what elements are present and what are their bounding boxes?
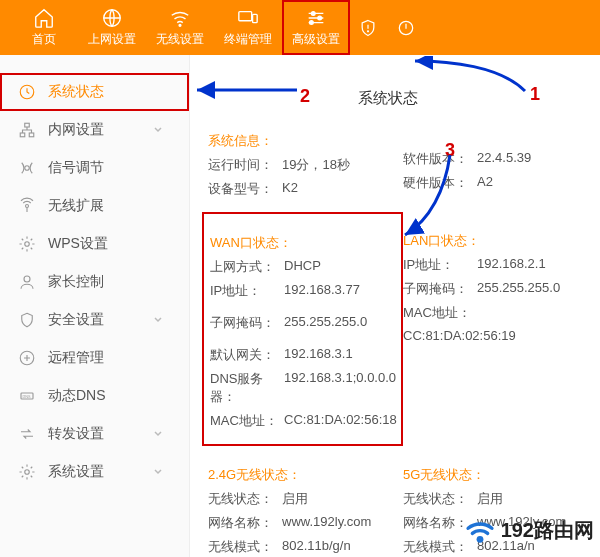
svg-rect-3 bbox=[253, 14, 258, 22]
svg-point-5 bbox=[318, 16, 322, 20]
section-wan: WAN口状态： bbox=[210, 234, 393, 252]
chevron-down-icon bbox=[153, 315, 163, 325]
nav-label: 终端管理 bbox=[224, 31, 272, 48]
hwver-value: A2 bbox=[477, 174, 493, 192]
svg-rect-11 bbox=[20, 133, 25, 137]
wan-status-box: WAN口状态： 上网方式：DHCP IP地址：192.168.3.77 子网掩码… bbox=[202, 212, 403, 446]
gear-icon bbox=[18, 235, 36, 253]
sidebar-item-label: 动态DNS bbox=[48, 387, 106, 405]
svg-point-21 bbox=[476, 536, 483, 543]
sidebar-item-label: 安全设置 bbox=[48, 311, 104, 329]
nav-label: 高级设置 bbox=[292, 31, 340, 48]
sidebar-item-system[interactable]: 系统设置 bbox=[0, 453, 189, 491]
clock-icon bbox=[18, 83, 36, 101]
wan-mac-value: CC:81:DA:02:56:18 bbox=[284, 412, 397, 430]
section-lan: LAN口状态： bbox=[403, 232, 573, 250]
wan-ip-value: 192.168.3.77 bbox=[284, 282, 360, 300]
sidebar-item-label: 转发设置 bbox=[48, 425, 104, 443]
sidebar-item-forward[interactable]: 转发设置 bbox=[0, 415, 189, 453]
nav-internet[interactable]: 上网设置 bbox=[78, 0, 146, 55]
model-label: 设备型号： bbox=[208, 180, 282, 198]
lan-mask-label: 子网掩码： bbox=[403, 280, 477, 298]
globe-icon bbox=[101, 7, 123, 29]
signal-icon bbox=[18, 159, 36, 177]
wifi-icon bbox=[169, 7, 191, 29]
wan-ip-label: IP地址： bbox=[210, 282, 284, 300]
nav-label: 上网设置 bbox=[88, 31, 136, 48]
dns-icon: DNS bbox=[18, 387, 36, 405]
svg-point-14 bbox=[26, 205, 29, 208]
swver-value: 22.4.5.39 bbox=[477, 150, 531, 168]
top-nav: 首页 上网设置 无线设置 终端管理 高级设置 bbox=[0, 0, 600, 55]
chevron-down-icon bbox=[153, 429, 163, 439]
sliders-icon bbox=[305, 7, 327, 29]
nav-clients[interactable]: 终端管理 bbox=[214, 0, 282, 55]
nav-advanced[interactable]: 高级设置 bbox=[282, 0, 350, 55]
svg-rect-12 bbox=[29, 133, 34, 137]
svg-point-15 bbox=[25, 242, 30, 247]
sidebar-item-extend[interactable]: 无线扩展 bbox=[0, 187, 189, 225]
lan-icon bbox=[18, 121, 36, 139]
nav-wireless[interactable]: 无线设置 bbox=[146, 0, 214, 55]
shield-icon bbox=[18, 311, 36, 329]
wan-mode-label: 上网方式： bbox=[210, 258, 284, 276]
w5-state-label: 无线状态： bbox=[403, 490, 477, 508]
main-content: 系统状态 系统信息： 运行时间：19分，18秒 设备型号：K2 软件版本：22.… bbox=[190, 55, 600, 557]
svg-point-20 bbox=[25, 470, 30, 475]
wan-dns-value: 192.168.3.1;0.0.0.0 bbox=[284, 370, 396, 406]
sidebar-item-label: WPS设置 bbox=[48, 235, 108, 253]
sidebar-item-label: 系统设置 bbox=[48, 463, 104, 481]
w24-state-value: 启用 bbox=[282, 490, 308, 508]
lan-ip-value: 192.168.2.1 bbox=[477, 256, 546, 274]
w5-state-value: 启用 bbox=[477, 490, 503, 508]
watermark-text: 192路由网 bbox=[501, 517, 594, 544]
svg-point-1 bbox=[179, 24, 181, 26]
sidebar-item-label: 无线扩展 bbox=[48, 197, 104, 215]
section-sysinfo: 系统信息： bbox=[208, 132, 403, 150]
forward-icon bbox=[18, 425, 36, 443]
svg-rect-10 bbox=[25, 123, 30, 127]
wan-mode-value: DHCP bbox=[284, 258, 321, 276]
w24-state-label: 无线状态： bbox=[208, 490, 282, 508]
lan-ip-label: IP地址： bbox=[403, 256, 477, 274]
settings-icon bbox=[18, 463, 36, 481]
sidebar-item-wps[interactable]: WPS设置 bbox=[0, 225, 189, 263]
w24-ssid-value: www.192ly.com bbox=[282, 514, 371, 532]
lan-mac-label: MAC地址： bbox=[403, 304, 477, 322]
wan-gw-value: 192.168.3.1 bbox=[284, 346, 353, 364]
sidebar-item-status[interactable]: 系统状态 bbox=[0, 73, 189, 111]
lan-mac-value: CC:81:DA:02:56:19 bbox=[403, 328, 516, 343]
sidebar-item-label: 家长控制 bbox=[48, 273, 104, 291]
shield-icon[interactable] bbox=[358, 18, 378, 38]
user-icon bbox=[18, 273, 36, 291]
lan-mask-value: 255.255.255.0 bbox=[477, 280, 560, 298]
sidebar-item-security[interactable]: 安全设置 bbox=[0, 301, 189, 339]
nav-home[interactable]: 首页 bbox=[10, 0, 78, 55]
svg-point-4 bbox=[311, 12, 315, 16]
sidebar-item-label: 信号调节 bbox=[48, 159, 104, 177]
power-icon[interactable] bbox=[396, 18, 416, 38]
hwver-label: 硬件版本： bbox=[403, 174, 477, 192]
nav-label: 无线设置 bbox=[156, 31, 204, 48]
svg-point-16 bbox=[24, 276, 30, 282]
sidebar-item-signal[interactable]: 信号调节 bbox=[0, 149, 189, 187]
w24-ssid-label: 网络名称： bbox=[208, 514, 282, 532]
section-24g: 2.4G无线状态： bbox=[208, 466, 403, 484]
svg-rect-2 bbox=[239, 12, 252, 21]
home-icon bbox=[33, 7, 55, 29]
sidebar-item-parental[interactable]: 家长控制 bbox=[0, 263, 189, 301]
sidebar-item-remote[interactable]: 远程管理 bbox=[0, 339, 189, 377]
swver-label: 软件版本： bbox=[403, 150, 477, 168]
nav-label: 首页 bbox=[32, 31, 56, 48]
sidebar-item-label: 内网设置 bbox=[48, 121, 104, 139]
svg-point-7 bbox=[368, 30, 369, 31]
sidebar-item-lan[interactable]: 内网设置 bbox=[0, 111, 189, 149]
wan-gw-label: 默认网关： bbox=[210, 346, 284, 364]
remote-icon bbox=[18, 349, 36, 367]
section-5g: 5G无线状态： bbox=[403, 466, 573, 484]
wan-mask-value: 255.255.255.0 bbox=[284, 314, 367, 332]
wan-dns-label: DNS服务器： bbox=[210, 370, 284, 406]
watermark: 192路由网 bbox=[463, 513, 594, 547]
page-title: 系统状态 bbox=[358, 89, 600, 108]
sidebar-item-ddns[interactable]: DNS 动态DNS bbox=[0, 377, 189, 415]
